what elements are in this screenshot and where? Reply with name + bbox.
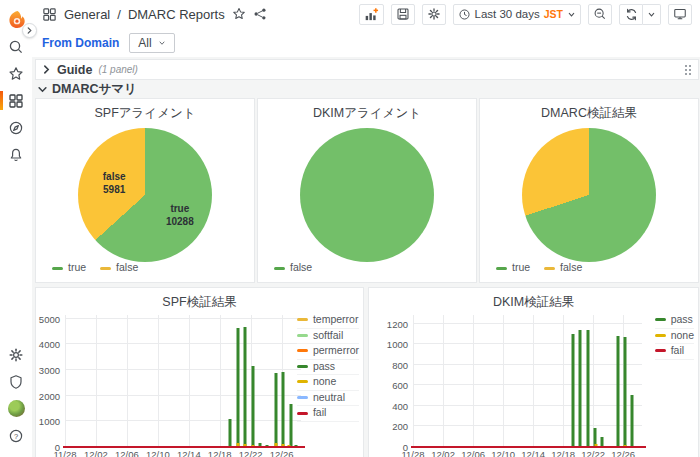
legend-label: none xyxy=(313,376,336,388)
add-panel-button[interactable] xyxy=(359,4,384,25)
sidebar-item-settings[interactable] xyxy=(0,341,32,368)
pie-chart-spf-alignment[interactable]: false5981 true10288 xyxy=(78,128,212,262)
legend-label: fail xyxy=(313,407,326,419)
dashboard-settings-button[interactable] xyxy=(422,4,446,25)
cycle-view-mode-button[interactable] xyxy=(668,4,692,25)
sidebar-item-help[interactable]: ? xyxy=(0,422,32,449)
bar-pass xyxy=(579,330,582,447)
chevron-right-icon xyxy=(42,65,51,74)
legend-color-swatch xyxy=(655,318,666,321)
bell-icon xyxy=(8,147,24,163)
pie-legend: truefalse xyxy=(52,262,138,274)
spf-result-plot[interactable]: 01000200030004000500011/2812/0212/0612/1… xyxy=(65,315,301,447)
y-axis-label: 3000 xyxy=(39,365,60,376)
sidebar: ? xyxy=(0,0,32,457)
y-axis-label: 600 xyxy=(392,380,408,391)
legend-item-pass[interactable]: pass xyxy=(297,360,359,376)
sidebar-item-server-admin[interactable] xyxy=(0,368,32,395)
legend-color-swatch xyxy=(297,318,308,321)
legend-label: none xyxy=(671,330,694,342)
x-gridline xyxy=(533,315,534,447)
panel-title[interactable]: DMARC検証結果 xyxy=(480,105,698,122)
sidebar-item-alerting[interactable] xyxy=(0,141,32,168)
y-gridline xyxy=(413,343,642,344)
sidebar-item-dashboards[interactable] xyxy=(0,87,32,114)
pie-slice-label-false: false5981 xyxy=(103,170,126,196)
variable-value-dropdown[interactable]: All xyxy=(129,33,174,53)
y-gridline xyxy=(65,395,301,396)
legend-item-none[interactable]: none xyxy=(655,329,694,345)
pie-legend: truefalse xyxy=(496,262,582,274)
x-axis-label: 12/02 xyxy=(431,449,455,457)
star-icon[interactable] xyxy=(232,7,246,21)
y-gridline xyxy=(65,343,301,344)
legend-item-false[interactable]: false xyxy=(544,262,582,274)
panel-dkim-alignment: DKIMアライメント false xyxy=(257,98,477,283)
bar-pass xyxy=(252,366,255,447)
bar-pass xyxy=(289,404,292,447)
x-axis-label: 12/14 xyxy=(521,449,545,457)
refresh-dashboard-button[interactable] xyxy=(619,4,643,25)
legend-item-temperror[interactable]: temperror xyxy=(297,313,359,329)
bar-pass xyxy=(275,373,278,447)
sidebar-item-profile[interactable] xyxy=(0,395,32,422)
legend-item-pass[interactable]: pass xyxy=(655,313,694,329)
legend-item-false[interactable]: false xyxy=(100,262,138,274)
breadcrumb-folder[interactable]: General xyxy=(64,7,110,22)
legend-color-swatch xyxy=(297,380,308,383)
legend-item-none[interactable]: none xyxy=(297,375,359,391)
legend-color-swatch xyxy=(297,412,308,415)
legend-color-swatch xyxy=(297,334,308,337)
timezone-label: JST xyxy=(544,8,563,20)
panel-title[interactable]: SPF検証結果 xyxy=(36,294,363,311)
breadcrumb-dashboard-title[interactable]: DMARC Reports xyxy=(128,7,225,22)
sidebar-expand-button[interactable] xyxy=(22,23,37,38)
legend-item-softfail[interactable]: softfail xyxy=(297,329,359,345)
y-axis-label: 1000 xyxy=(39,416,60,427)
x-axis-label: 12/26 xyxy=(611,449,635,457)
dkim-result-plot[interactable]: 02004006008001000120011/2812/0212/0612/1… xyxy=(413,315,642,447)
y-gridline xyxy=(413,425,642,426)
zoom-out-time-button[interactable] xyxy=(588,4,612,25)
y-axis-label: 4000 xyxy=(39,339,60,350)
panel-title[interactable]: DKIMアライメント xyxy=(258,105,476,122)
shield-icon xyxy=(8,374,24,390)
legend-item-fail[interactable]: fail xyxy=(297,406,359,422)
x-gridline xyxy=(65,315,66,447)
pie-slice-label-true: true10288 xyxy=(166,202,194,228)
row-drag-handle[interactable] xyxy=(684,64,692,76)
share-icon[interactable] xyxy=(253,7,267,21)
panel-title[interactable]: SPFアライメント xyxy=(36,105,254,122)
timeseries-panels-row: SPF検証結果 01000200030004000500011/2812/021… xyxy=(35,287,699,457)
pie-chart-dmarc-result[interactable] xyxy=(522,128,656,262)
y-axis-label: 5000 xyxy=(39,313,60,324)
legend-item-false[interactable]: false xyxy=(274,262,312,274)
row-guide-panel-count: (1 panel) xyxy=(98,64,137,75)
legend-item-fail[interactable]: fail xyxy=(655,344,694,360)
row-dmarc-summary[interactable]: DMARCサマリ xyxy=(35,80,699,97)
y-gridline xyxy=(65,420,301,421)
legend-color-swatch xyxy=(496,267,507,270)
x-gridline xyxy=(503,315,504,447)
row-dmarc-summary-title: DMARCサマリ xyxy=(52,81,137,98)
sidebar-item-starred[interactable] xyxy=(0,60,32,87)
save-dashboard-button[interactable] xyxy=(391,4,415,25)
dashboard-content: Guide (1 panel) DMARCサマリ SPFアライメント false… xyxy=(32,57,700,457)
legend-item-neutral[interactable]: neutral xyxy=(297,391,359,407)
legend-item-true[interactable]: true xyxy=(52,262,86,274)
row-guide[interactable]: Guide (1 panel) xyxy=(35,59,699,80)
time-range-picker[interactable]: Last 30 days JST xyxy=(453,4,581,25)
y-gridline xyxy=(413,405,642,406)
sidebar-item-explore[interactable] xyxy=(0,114,32,141)
legend-label: pass xyxy=(313,361,335,373)
bar-pass xyxy=(571,334,574,448)
pie-chart-dkim-alignment[interactable] xyxy=(300,128,434,262)
panel-title[interactable]: DKIM検証結果 xyxy=(369,294,698,311)
legend-item-permerror[interactable]: permerror xyxy=(297,344,359,360)
user-avatar xyxy=(8,400,25,417)
legend-item-true[interactable]: true xyxy=(496,262,530,274)
refresh-interval-button[interactable] xyxy=(643,4,661,25)
legend-color-swatch xyxy=(297,365,308,368)
legend-color-swatch xyxy=(655,349,666,352)
x-gridline xyxy=(413,315,414,447)
